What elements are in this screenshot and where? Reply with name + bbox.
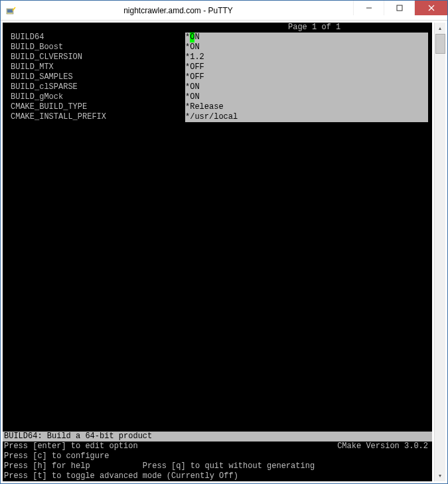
option-value: N [194, 33, 199, 42]
option-value-cell[interactable]: */usr/local [185, 112, 428, 122]
option-name: BUILD_MTX [11, 62, 185, 72]
option-value: Release [190, 102, 223, 112]
terminal-empty-area [3, 122, 432, 432]
close-button[interactable] [414, 1, 447, 15]
option-row[interactable]: BUILD_Boost*ON [3, 42, 432, 52]
option-modified-marker: * [185, 52, 190, 62]
option-name: BUILD_clSPARSE [11, 82, 185, 92]
option-value-cell[interactable]: *Release [185, 102, 428, 112]
option-row[interactable]: BUILD_clSPARSE*ON [3, 82, 432, 92]
option-modified-marker: * [185, 62, 190, 72]
option-value-cell[interactable]: *ON [185, 33, 428, 42]
options-list: BUILD64*ONBUILD_Boost*ONBUILD_CLVERSION*… [3, 33, 432, 122]
help-configure: Press [c] to configure [3, 451, 432, 461]
option-value: /usr/local [190, 112, 238, 122]
option-modified-marker: * [185, 92, 190, 102]
terminal[interactable]: Page 1 of 1 BUILD64*ONBUILD_Boost*ONBUIL… [3, 23, 432, 481]
option-row[interactable]: BUILD_MTX*OFF [3, 62, 432, 72]
option-value: ON [190, 42, 199, 52]
option-row[interactable]: BUILD_SAMPLES*OFF [3, 72, 432, 82]
option-name: BUILD_Boost [11, 42, 185, 52]
titlebar[interactable]: nightcrawler.amd.com - PuTTY [1, 1, 447, 21]
option-value: 1.2 [190, 52, 204, 62]
option-modified-marker: * [185, 42, 190, 52]
option-row[interactable]: BUILD_CLVERSION*1.2 [3, 52, 432, 62]
option-name: BUILD_gMock [11, 92, 185, 102]
option-name: BUILD64 [11, 33, 185, 42]
option-row[interactable]: CMAKE_INSTALL_PREFIX*/usr/local [3, 112, 432, 122]
svg-rect-3 [397, 5, 402, 11]
option-value-cell[interactable]: *ON [185, 82, 428, 92]
option-row[interactable]: BUILD64*ON [3, 33, 432, 42]
option-value: ON [190, 82, 199, 92]
help-help-quit: Press [h] for help Press [q] to quit wit… [3, 461, 432, 471]
option-modified-marker: * [185, 33, 190, 42]
option-row[interactable]: BUILD_gMock*ON [3, 92, 432, 102]
option-value-cell[interactable]: *OFF [185, 72, 428, 82]
maximize-button[interactable] [384, 1, 414, 15]
option-value: OFF [190, 62, 204, 72]
page-indicator: Page 1 of 1 [3, 23, 432, 33]
option-modified-marker: * [185, 72, 190, 82]
cursor: O [190, 33, 194, 42]
option-modified-marker: * [185, 112, 190, 122]
minimize-button[interactable] [353, 1, 384, 15]
window-title: nightcrawler.amd.com - PuTTY [3, 6, 353, 15]
option-value-cell[interactable]: *ON [185, 42, 428, 52]
option-name: CMAKE_BUILD_TYPE [11, 102, 185, 112]
cmake-version: CMake Version 3.0.2 [336, 442, 432, 451]
option-value-cell[interactable]: *1.2 [185, 52, 428, 62]
option-row[interactable]: CMAKE_BUILD_TYPE*Release [3, 102, 432, 112]
option-modified-marker: * [185, 102, 190, 112]
option-value-cell[interactable]: *ON [185, 92, 428, 102]
scroll-thumb[interactable] [435, 34, 445, 54]
scroll-up-arrow-icon[interactable]: ▴ [435, 23, 445, 34]
option-name: BUILD_CLVERSION [11, 52, 185, 62]
option-value-cell[interactable]: *OFF [185, 62, 428, 72]
option-value: OFF [190, 72, 204, 82]
scroll-down-arrow-icon[interactable]: ▾ [435, 470, 445, 481]
help-enter: Press [enter] to edit option [3, 442, 336, 451]
scrollbar[interactable]: ▴ ▾ [434, 23, 445, 481]
option-name: CMAKE_INSTALL_PREFIX [11, 112, 185, 122]
titlebar-buttons [353, 1, 447, 20]
status-line: BUILD64: Build a 64-bit product [3, 432, 432, 442]
option-modified-marker: * [185, 82, 190, 92]
client-area: Page 1 of 1 BUILD64*ONBUILD_Boost*ONBUIL… [1, 21, 447, 483]
option-name: BUILD_SAMPLES [11, 72, 185, 82]
option-value: ON [190, 92, 199, 102]
help-toggle: Press [t] to toggle advanced mode (Curre… [3, 471, 432, 481]
